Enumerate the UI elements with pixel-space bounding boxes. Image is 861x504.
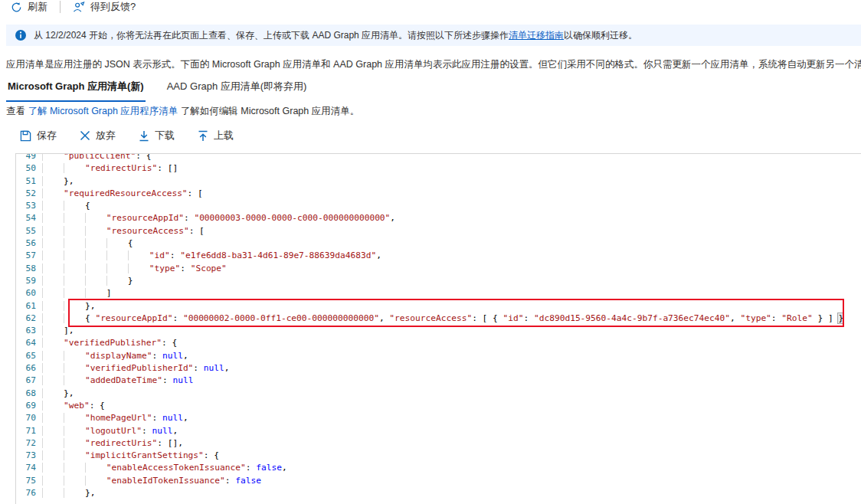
line-number: 74 xyxy=(16,462,42,474)
line-numbers: 4950515253545556575859606162636465666768… xyxy=(16,153,42,499)
line-number: 60 xyxy=(16,287,42,299)
code-line[interactable]: }, xyxy=(42,388,861,400)
tab-aad-graph-manifest[interactable]: AAD Graph 应用清单(即将弃用) xyxy=(165,77,309,102)
code-line[interactable]: "logoutUrl": null, xyxy=(42,425,861,437)
line-number: 66 xyxy=(16,362,42,375)
code-line[interactable]: "verifiedPublisher": { xyxy=(42,337,861,349)
code-line[interactable]: "resourceAppId": "00000003-0000-0000-c00… xyxy=(42,212,861,224)
line-number: 51 xyxy=(16,175,42,188)
line-number: 75 xyxy=(16,475,42,487)
feedback-icon xyxy=(73,2,85,13)
feedback-label: 得到反馈? xyxy=(90,0,136,14)
save-button[interactable]: 保存 xyxy=(18,127,58,144)
code-line[interactable]: "id": "e1fe6dd8-ba31-4d61-89e7-88639da46… xyxy=(42,250,861,262)
code-line[interactable]: } xyxy=(42,275,861,287)
info-banner: 从 12/2/2024 开始，你将无法再在此页面上查看、保存、上传或下载 AAD… xyxy=(6,25,861,46)
code-line[interactable]: "addedDateTime": null xyxy=(42,375,861,387)
banner-text-before: 从 12/2/2024 开始，你将无法再在此页面上查看、保存、上传或下载 AAD… xyxy=(34,29,509,42)
info-icon xyxy=(15,30,26,41)
code-line[interactable]: }, xyxy=(42,487,861,499)
code-line[interactable]: "redirectUris": [] xyxy=(42,162,861,175)
code-line[interactable]: { "resourceAppId": "00000002-0000-0ff1-c… xyxy=(42,313,861,325)
discard-x-icon xyxy=(80,130,90,141)
code-line[interactable]: }, xyxy=(42,300,861,313)
code-line[interactable]: "type": "Scope" xyxy=(42,263,861,275)
learn-line-prefix: 查看 xyxy=(6,106,28,116)
upload-label: 上载 xyxy=(214,129,234,142)
code-line[interactable]: { xyxy=(42,237,861,250)
learn-manifest-link[interactable]: 了解 Microsoft Graph 应用程序清单 xyxy=(28,106,178,116)
line-number: 67 xyxy=(16,375,42,387)
code-line[interactable]: "displayName": null, xyxy=(42,350,861,362)
code-line[interactable]: "implicitGrantSettings": { xyxy=(42,450,861,462)
save-label: 保存 xyxy=(37,129,57,142)
code-line[interactable]: "homePageUrl": null, xyxy=(42,412,861,424)
line-number: 53 xyxy=(16,200,42,212)
refresh-button[interactable]: 刷新 xyxy=(6,0,52,15)
line-number: 63 xyxy=(16,325,42,337)
learn-line-suffix: 了解如何编辑 Microsoft Graph 应用清单。 xyxy=(181,106,359,116)
line-number: 69 xyxy=(16,400,42,412)
code-line[interactable]: "publicClient": { xyxy=(42,153,861,162)
code-line[interactable]: "resourceAccess": [ xyxy=(42,225,861,237)
line-number: 76 xyxy=(16,487,42,499)
download-icon xyxy=(139,130,149,142)
line-number: 73 xyxy=(16,450,42,462)
discard-button[interactable]: 放弃 xyxy=(78,127,117,144)
refresh-icon xyxy=(11,2,22,13)
line-number: 50 xyxy=(16,162,42,175)
learn-line: 查看 了解 Microsoft Graph 应用程序清单 了解如何编辑 Micr… xyxy=(6,105,359,118)
code-line[interactable]: ] xyxy=(42,287,861,299)
line-number: 58 xyxy=(16,263,42,275)
line-number: 65 xyxy=(16,350,42,362)
command-bar-divider xyxy=(60,1,61,13)
line-number: 64 xyxy=(16,337,42,349)
manifest-code-editor[interactable]: 4950515253545556575859606162636465666768… xyxy=(15,153,861,504)
refresh-label: 刷新 xyxy=(28,0,47,14)
editor-toolbar: 保存 放弃 下载 上载 xyxy=(18,127,235,144)
download-label: 下载 xyxy=(155,129,175,142)
banner-migration-guide-link[interactable]: 清单迁移指南 xyxy=(509,29,564,42)
command-bar: 刷新 得到反馈? xyxy=(6,0,140,17)
tab-microsoft-graph-manifest[interactable]: Microsoft Graph 应用清单(新) xyxy=(6,77,146,102)
line-number: 68 xyxy=(16,388,42,400)
code-scroll-area: 4950515253545556575859606162636465666768… xyxy=(16,153,861,499)
code-line[interactable]: { xyxy=(42,200,861,212)
line-number: 59 xyxy=(16,275,42,287)
line-number: 72 xyxy=(16,437,42,450)
code-line[interactable]: ], xyxy=(42,325,861,337)
line-number: 49 xyxy=(16,153,42,162)
line-number: 70 xyxy=(16,412,42,424)
code-line[interactable]: "verifiedPublisherId": null, xyxy=(42,362,861,375)
line-number: 56 xyxy=(16,237,42,250)
line-number: 61 xyxy=(16,300,42,313)
line-number: 71 xyxy=(16,425,42,437)
code-line[interactable]: "redirectUris": [], xyxy=(42,437,861,450)
manifest-description: 应用清单是应用注册的 JSON 表示形式。下面的 Microsoft Graph… xyxy=(6,58,861,71)
feedback-button[interactable]: 得到反馈? xyxy=(68,0,140,15)
code-line[interactable]: "web": { xyxy=(42,400,861,412)
code-line[interactable]: }, xyxy=(42,175,861,188)
line-number: 52 xyxy=(16,188,42,200)
line-number: 57 xyxy=(16,250,42,262)
upload-button[interactable]: 上载 xyxy=(196,127,235,144)
code-line[interactable]: "enableAccessTokenIssuance": false, xyxy=(42,462,861,474)
line-number: 62 xyxy=(16,313,42,325)
code-lines: "publicClient": { "redirectUris": [] }, … xyxy=(42,153,861,499)
line-number: 54 xyxy=(16,212,42,224)
banner-text-after: 以确保顺利迁移。 xyxy=(564,29,637,42)
manifest-tabs: Microsoft Graph 应用清单(新) AAD Graph 应用清单(即… xyxy=(6,77,308,102)
code-line[interactable]: "requiredResourceAccess": [ xyxy=(42,188,861,200)
code-line[interactable]: "enableIdTokenIssuance": false xyxy=(42,475,861,487)
save-icon xyxy=(20,130,31,142)
download-button[interactable]: 下载 xyxy=(137,127,176,144)
discard-label: 放弃 xyxy=(96,129,116,142)
upload-icon xyxy=(198,130,208,142)
line-number: 55 xyxy=(16,225,42,237)
